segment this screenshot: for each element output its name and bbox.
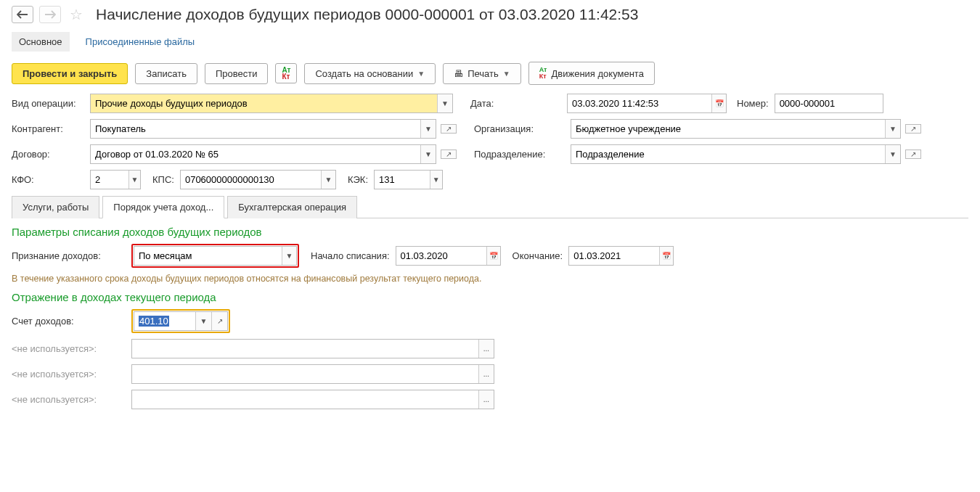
dtkt-icon: АтКт <box>539 67 547 80</box>
dropdown-icon[interactable]: ▼ <box>430 171 442 189</box>
contr-open[interactable]: ↗ <box>441 124 457 134</box>
dropdown-icon[interactable]: ▼ <box>321 171 335 189</box>
num-input[interactable] <box>775 94 883 112</box>
kps-label: КПС: <box>152 174 174 185</box>
caret-down-icon: ▼ <box>417 70 425 78</box>
reflection-section-title: Отражение в доходах текущего периода <box>12 291 968 303</box>
arrow-right-icon <box>44 10 56 19</box>
start-field[interactable]: 📅 <box>396 246 501 266</box>
unused-input-1[interactable] <box>132 340 478 358</box>
unused-label-2: <не используется>: <box>12 369 126 380</box>
dept-input[interactable] <box>571 145 885 163</box>
kfo-input[interactable] <box>91 171 128 189</box>
open-icon[interactable]: ↗ <box>906 125 920 133</box>
open-icon[interactable]: ↗ <box>906 150 920 158</box>
dog-open[interactable]: ↗ <box>441 149 457 159</box>
end-field[interactable]: 📅 <box>568 246 674 266</box>
post-and-close-button[interactable]: Провести и закрыть <box>12 63 128 84</box>
link-tab-main[interactable]: Основное <box>12 32 70 52</box>
forward-button[interactable] <box>39 6 61 23</box>
params-section-title: Параметры списания доходов будущих перио… <box>12 226 968 238</box>
link-tab-attachments[interactable]: Присоединенные файлы <box>78 32 203 52</box>
recognition-field[interactable]: ▼ <box>134 246 297 266</box>
dropdown-icon[interactable]: ▼ <box>420 145 436 163</box>
dropdown-icon[interactable]: ▼ <box>420 120 436 138</box>
org-field[interactable]: ▼ <box>571 119 901 139</box>
dropdown-icon[interactable]: ▼ <box>885 120 900 138</box>
account-input[interactable]: 401.10 <box>134 312 195 330</box>
calendar-icon[interactable]: 📅 <box>486 247 500 265</box>
start-label: Начало списания: <box>311 250 390 261</box>
printer-icon: 🖶 <box>454 68 463 79</box>
recognition-label: Признание доходов: <box>12 250 126 261</box>
more-icon[interactable]: ... <box>478 340 494 358</box>
unused-label-3: <не используется>: <box>12 394 126 405</box>
kfo-field[interactable]: ▼ <box>90 170 141 189</box>
tab-income-order[interactable]: Порядок учета доход... <box>102 196 224 218</box>
num-field[interactable] <box>775 94 883 113</box>
recognition-input[interactable] <box>134 247 282 265</box>
open-icon[interactable]: ↗ <box>441 125 456 133</box>
dept-label: Подразделение: <box>474 149 565 160</box>
dropdown-icon[interactable]: ▼ <box>195 312 211 330</box>
org-label: Организация: <box>474 123 565 134</box>
num-label: Номер: <box>737 98 769 109</box>
dog-label: Договор: <box>12 149 84 160</box>
params-hint: В течение указанного срока доходы будущи… <box>12 274 968 284</box>
account-field[interactable]: 401.10 ▼ ↗ <box>134 311 228 331</box>
op-type-input[interactable] <box>91 94 437 112</box>
account-label: Счет доходов: <box>12 316 126 327</box>
print-button[interactable]: 🖶 Печать ▼ <box>443 63 521 84</box>
dropdown-icon[interactable]: ▼ <box>885 145 900 163</box>
tab-accounting-op[interactable]: Бухгалтерская операция <box>227 196 357 218</box>
unused-field-1[interactable]: ... <box>131 339 494 358</box>
dtkt-icon: АтКт <box>282 67 290 80</box>
document-movements-button[interactable]: АтКт Движения документа <box>528 62 655 85</box>
write-button[interactable]: Записать <box>135 63 197 84</box>
unused-input-3[interactable] <box>132 390 478 409</box>
tab-services[interactable]: Услуги, работы <box>12 196 99 218</box>
kfo-label: КФО: <box>12 174 84 185</box>
kek-field[interactable]: ▼ <box>374 170 443 189</box>
contr-label: Контрагент: <box>12 123 84 134</box>
favorite-star-icon[interactable]: ☆ <box>70 6 83 23</box>
page-title: Начисление доходов будущих периодов 0000… <box>96 6 638 23</box>
dept-open[interactable]: ↗ <box>905 149 921 159</box>
arrow-left-icon <box>17 10 28 19</box>
end-input[interactable] <box>569 247 659 265</box>
kps-input[interactable] <box>181 171 321 189</box>
org-open[interactable]: ↗ <box>905 124 921 134</box>
org-input[interactable] <box>571 120 885 138</box>
unused-field-3[interactable]: ... <box>131 390 494 409</box>
dept-field[interactable]: ▼ <box>571 144 901 164</box>
dog-field[interactable]: ▼ <box>90 144 436 164</box>
unused-field-2[interactable]: ... <box>131 364 494 384</box>
open-icon[interactable]: ↗ <box>211 312 227 330</box>
back-button[interactable] <box>12 6 33 23</box>
op-type-label: Вид операции: <box>12 98 84 109</box>
post-button[interactable]: Провести <box>205 63 269 84</box>
dropdown-icon[interactable]: ▼ <box>128 171 140 189</box>
caret-down-icon: ▼ <box>503 70 510 78</box>
contr-input[interactable] <box>91 120 420 138</box>
start-input[interactable] <box>396 247 486 265</box>
dog-input[interactable] <box>91 145 420 163</box>
op-type-field[interactable]: ▼ <box>90 94 453 113</box>
contr-field[interactable]: ▼ <box>90 119 436 139</box>
create-based-on-button[interactable]: Создать на основании ▼ <box>304 63 436 84</box>
dropdown-icon[interactable]: ▼ <box>282 247 296 265</box>
kps-field[interactable]: ▼ <box>180 170 336 189</box>
kek-input[interactable] <box>375 171 430 189</box>
dropdown-icon[interactable]: ▼ <box>437 94 452 112</box>
more-icon[interactable]: ... <box>478 390 494 409</box>
more-icon[interactable]: ... <box>478 365 494 383</box>
calendar-icon[interactable]: 📅 <box>711 94 726 112</box>
calendar-icon[interactable]: 📅 <box>659 247 673 265</box>
date-field[interactable]: 📅 <box>567 94 727 113</box>
open-icon[interactable]: ↗ <box>441 150 456 158</box>
end-label: Окончание: <box>513 250 563 261</box>
dtkt-button[interactable]: АтКт <box>275 63 297 83</box>
date-input[interactable] <box>568 94 711 112</box>
unused-label-1: <не используется>: <box>12 343 126 354</box>
unused-input-2[interactable] <box>132 365 478 383</box>
